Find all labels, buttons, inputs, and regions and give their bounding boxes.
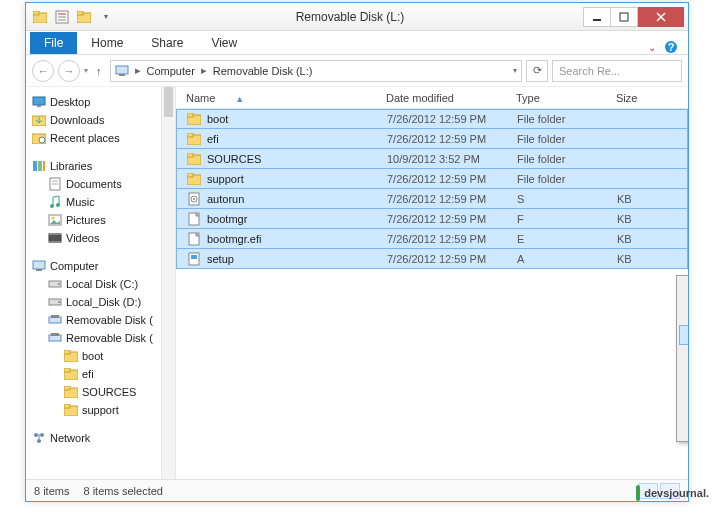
ribbon-expand-icon[interactable]: ⌄: [648, 42, 656, 53]
folder-icon: [187, 112, 201, 126]
file-type: A: [517, 253, 617, 265]
maximize-button[interactable]: [610, 7, 638, 27]
file-date: 7/26/2012 12:59 PM: [387, 173, 517, 185]
file-size: KB: [617, 213, 687, 225]
ctx-create-shortcut[interactable]: Create shortcut: [679, 352, 688, 372]
breadcrumb-computer[interactable]: Computer: [147, 65, 195, 77]
column-type[interactable]: Type: [516, 92, 616, 104]
folder-icon: [30, 7, 50, 27]
file-type: File folder: [517, 153, 617, 165]
svg-rect-47: [64, 368, 70, 372]
table-row[interactable]: setup7/26/2012 12:59 PMAKB: [176, 249, 688, 269]
ctx-properties[interactable]: Properties: [679, 419, 688, 439]
table-row[interactable]: SOURCES10/9/2012 3:52 PMFile folder: [176, 149, 688, 169]
nav-support[interactable]: support: [30, 401, 171, 419]
close-button[interactable]: [638, 7, 684, 27]
file-date: 7/26/2012 12:59 PM: [387, 133, 517, 145]
chevron-right-icon[interactable]: ▸: [199, 64, 209, 77]
refresh-button[interactable]: ⟳: [526, 60, 548, 82]
tab-view[interactable]: View: [197, 32, 251, 54]
nav-scrollbar[interactable]: [161, 87, 175, 479]
nav-music[interactable]: Music: [30, 193, 171, 211]
ctx-cut[interactable]: Cut: [679, 305, 688, 325]
nav-libraries[interactable]: Libraries: [30, 157, 171, 175]
desktop-icon: [32, 95, 46, 109]
nav-network[interactable]: Network: [30, 429, 171, 447]
forward-button[interactable]: →: [58, 60, 80, 82]
nav-boot[interactable]: boot: [30, 347, 171, 365]
file-date: 7/26/2012 12:59 PM: [387, 213, 517, 225]
column-size[interactable]: Size: [616, 92, 688, 104]
nav-pictures[interactable]: Pictures: [30, 211, 171, 229]
folder-icon: [64, 349, 78, 363]
address-row: ← → ▾ ↑ ▸ Computer ▸ Removable Disk (L:)…: [26, 55, 688, 87]
context-menu: Send to▶ Cut Copy Create shortcut Delete…: [676, 275, 688, 442]
file-date: 10/9/2012 3:52 PM: [387, 153, 517, 165]
nav-local-c[interactable]: Local Disk (C:): [30, 275, 171, 293]
column-name[interactable]: Name▲: [186, 92, 386, 104]
explorer-window: ▾ Removable Disk (L:) File Home Share Vi…: [25, 2, 689, 502]
file-name: SOURCES: [207, 153, 261, 165]
address-bar[interactable]: ▸ Computer ▸ Removable Disk (L:) ▾: [110, 60, 523, 82]
file-type: File folder: [517, 133, 617, 145]
ribbon-tabs: File Home Share View ⌄ ?: [26, 31, 688, 55]
ctx-send-to[interactable]: Send to▶: [679, 278, 688, 298]
back-button[interactable]: ←: [32, 60, 54, 82]
nav-efi[interactable]: efi: [30, 365, 171, 383]
file-type: F: [517, 213, 617, 225]
table-row[interactable]: efi7/26/2012 12:59 PMFile folder: [176, 129, 688, 149]
file-name: bootmgr: [207, 213, 247, 225]
properties-icon[interactable]: [52, 7, 72, 27]
folder-icon: [64, 367, 78, 381]
help-icon[interactable]: ?: [664, 40, 678, 54]
table-row[interactable]: boot7/26/2012 12:59 PMFile folder: [176, 109, 688, 129]
nav-recent[interactable]: Recent places: [30, 129, 171, 147]
search-input[interactable]: Search Re...: [552, 60, 682, 82]
folder-icon: [187, 172, 201, 186]
file-type: E: [517, 233, 617, 245]
qat-dropdown-icon[interactable]: ▾: [96, 7, 116, 27]
nav-removable-1[interactable]: Removable Disk (: [30, 311, 171, 329]
computer-icon: [32, 259, 46, 273]
recent-dropdown-icon[interactable]: ▾: [84, 66, 88, 75]
nav-videos[interactable]: Videos: [30, 229, 171, 247]
drive-icon: [48, 295, 62, 309]
nav-documents[interactable]: Documents: [30, 175, 171, 193]
removable-icon: [48, 313, 62, 327]
table-row[interactable]: autorun7/26/2012 12:59 PMSKB: [176, 189, 688, 209]
nav-sources[interactable]: SOURCES: [30, 383, 171, 401]
nav-local-d[interactable]: Local_Disk (D:): [30, 293, 171, 311]
column-headers: Name▲ Date modified Type Size: [176, 87, 688, 109]
tab-home[interactable]: Home: [77, 32, 137, 54]
downloads-icon: [32, 113, 46, 127]
table-row[interactable]: bootmgr7/26/2012 12:59 PMFKB: [176, 209, 688, 229]
nav-removable-2[interactable]: Removable Disk (: [30, 329, 171, 347]
titlebar: ▾ Removable Disk (L:): [26, 3, 688, 31]
breadcrumb-current[interactable]: Removable Disk (L:): [213, 65, 313, 77]
navigation-pane: Desktop Downloads Recent places Librarie…: [26, 87, 176, 479]
folder-icon: [187, 132, 201, 146]
svg-rect-14: [116, 66, 128, 74]
tab-file[interactable]: File: [30, 32, 77, 54]
minimize-button[interactable]: [583, 7, 611, 27]
new-folder-icon[interactable]: [74, 7, 94, 27]
up-button[interactable]: ↑: [92, 65, 106, 77]
tab-share[interactable]: Share: [137, 32, 197, 54]
ctx-delete[interactable]: Delete: [679, 372, 688, 392]
ctx-copy[interactable]: Copy: [679, 325, 688, 345]
nav-computer[interactable]: Computer: [30, 257, 171, 275]
svg-rect-9: [620, 13, 628, 21]
svg-point-39: [58, 301, 60, 303]
svg-rect-23: [43, 161, 45, 171]
table-row[interactable]: support7/26/2012 12:59 PMFile folder: [176, 169, 688, 189]
table-row[interactable]: bootmgr.efi7/26/2012 12:59 PMEKB: [176, 229, 688, 249]
svg-rect-33: [49, 241, 61, 243]
address-dropdown-icon[interactable]: ▾: [513, 66, 517, 75]
column-date[interactable]: Date modified: [386, 92, 516, 104]
svg-rect-21: [33, 161, 37, 171]
nav-desktop[interactable]: Desktop: [30, 93, 171, 111]
chevron-right-icon[interactable]: ▸: [133, 64, 143, 77]
file-icon: [187, 212, 201, 226]
ctx-rename[interactable]: Rename: [679, 392, 688, 412]
nav-downloads[interactable]: Downloads: [30, 111, 171, 129]
